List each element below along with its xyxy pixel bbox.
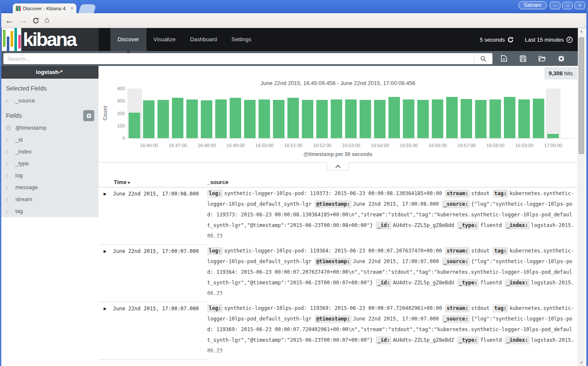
expand-row-icon[interactable]: ▶ [104, 245, 113, 302]
histogram-bar[interactable] [259, 99, 270, 138]
chart-x-axis-line [124, 138, 576, 139]
tab-close-icon[interactable]: × [70, 6, 73, 11]
histogram-bar[interactable] [547, 134, 559, 138]
browser-tab[interactable]: Discover - Kibana 4 × [13, 3, 76, 13]
sidebar-field-_source[interactable]: t_source [0, 95, 98, 107]
histogram-bar-slot [171, 88, 185, 138]
histogram-bar[interactable] [129, 113, 140, 138]
histogram-bar-slot [301, 88, 315, 138]
sidebar-field-log[interactable]: tlog [0, 170, 98, 182]
nav-tab-discover[interactable]: Discover [110, 28, 146, 51]
index-pattern-header[interactable]: logstash-* [0, 66, 98, 79]
histogram-bar[interactable] [273, 100, 284, 138]
histogram-bar[interactable] [388, 97, 400, 138]
histogram-bar[interactable] [417, 100, 429, 138]
home-icon[interactable]: ⌂ [45, 15, 49, 25]
histogram-bar-slot [373, 88, 387, 138]
histogram-bar[interactable] [461, 99, 472, 138]
nav-tab-settings[interactable]: Settings [224, 28, 259, 51]
scrollbar-thumb[interactable] [579, 37, 584, 154]
histogram-bar[interactable] [186, 99, 198, 138]
truncation-fade [207, 349, 577, 360]
page-scrollbar[interactable]: ▲ ▼ [578, 28, 585, 366]
maximize-button[interactable]: □ [562, 2, 573, 9]
histogram-bar[interactable] [244, 100, 256, 138]
field-name: tag [15, 205, 23, 217]
histogram-bar[interactable] [215, 99, 227, 138]
tab-title: Discover - Kibana 4 [23, 6, 69, 11]
sidebar-field-_id[interactable]: t_id [0, 134, 98, 146]
profile-button[interactable]: Satnam [518, 1, 547, 9]
histogram-bar[interactable] [533, 99, 544, 138]
nav-tabs: DiscoverVisualizeDashboardSettings [110, 28, 259, 51]
new-search-icon[interactable] [500, 55, 508, 62]
minimize-button[interactable]: – [550, 2, 560, 9]
histogram-bar[interactable] [518, 99, 530, 138]
save-search-icon[interactable] [519, 55, 527, 62]
sidebar-field-stream[interactable]: tstream [0, 193, 98, 205]
x-tick-label: 16:53:00 [337, 143, 366, 148]
nav-tab-visualize[interactable]: Visualize [146, 28, 183, 51]
search-submit-button[interactable] [474, 53, 492, 64]
histogram-bar[interactable] [345, 99, 357, 138]
histogram-bar[interactable] [490, 99, 501, 138]
new-tab-button[interactable] [79, 4, 97, 13]
sidebar-field-message[interactable]: tmessage [0, 182, 98, 193]
histogram-bar[interactable] [201, 100, 212, 138]
kibana-logotype: kibana [23, 28, 76, 51]
field-badge: stream: [445, 247, 470, 255]
field-settings-button[interactable] [83, 110, 94, 121]
sidebar-field-tag[interactable]: ttag [0, 205, 98, 217]
histogram-bar[interactable] [302, 100, 313, 138]
sidebar-field-_type[interactable]: t_type [0, 158, 98, 170]
histogram-bar[interactable] [504, 97, 515, 138]
browser-toolbar: ← → ⌂ ✗ https://146.148.94.154/api/v1/pr… [0, 13, 588, 28]
back-icon[interactable]: ← [5, 15, 14, 26]
histogram-bar[interactable] [403, 99, 414, 138]
settings-gear-icon[interactable] [557, 55, 565, 62]
open-search-icon[interactable] [538, 55, 546, 62]
histogram-bar[interactable] [432, 99, 443, 138]
histogram-bar[interactable] [230, 98, 241, 138]
row-source: log:synthetic-logger-10lps-pod: 119369: … [207, 302, 577, 360]
histogram-bar[interactable] [158, 100, 169, 138]
forward-icon[interactable]: → [19, 15, 28, 26]
sidebar-field-@timestamp[interactable]: @timestamp [0, 122, 98, 134]
selected-fields-heading: Selected Fields [0, 82, 98, 95]
histogram-bar[interactable] [172, 98, 183, 138]
search-input[interactable] [3, 53, 474, 64]
histogram-bar[interactable] [316, 100, 328, 138]
kibana-brand[interactable]: kibana [0, 28, 98, 51]
time-column-header[interactable]: Time▾ [114, 179, 130, 185]
histogram-bar-slot [344, 88, 358, 138]
x-tick-label: 16:46:00 [135, 143, 163, 148]
histogram-bar[interactable] [331, 99, 342, 138]
scroll-up-icon[interactable]: ▲ [578, 29, 585, 33]
row-source: log:synthetic-logger-10lps-pod: 119364: … [207, 245, 577, 302]
field-badge: tag: [492, 247, 508, 255]
reload-icon[interactable] [32, 17, 39, 24]
histogram-plot[interactable] [127, 88, 560, 138]
histogram-bar[interactable] [446, 97, 458, 138]
histogram-bar[interactable] [287, 98, 299, 138]
histogram-bar-slot [185, 88, 200, 138]
nav-tab-dashboard[interactable]: Dashboard [183, 28, 224, 51]
documents-table: Time▾ _source ▶June 22nd 2015, 17:00:08.… [98, 179, 577, 360]
histogram-bar[interactable] [143, 100, 155, 138]
field-name: _index [15, 146, 31, 158]
time-range-button[interactable]: Last 15 minutes [525, 37, 573, 43]
histogram-bar[interactable] [360, 100, 371, 138]
x-tick-label: 17:00:00 [539, 143, 568, 148]
close-button[interactable]: × [574, 2, 585, 9]
sidebar-field-_index[interactable]: t_index [0, 146, 98, 158]
histogram-bar[interactable] [475, 100, 487, 138]
selected-fields-list: t_source [0, 95, 98, 107]
field-badge: @timestamp: [315, 258, 352, 266]
collapse-chart-button[interactable] [327, 162, 349, 170]
expand-row-icon[interactable]: ▶ [104, 302, 113, 359]
expand-row-icon[interactable]: ▶ [104, 187, 113, 244]
hits-badge: 9,308 hits [544, 67, 577, 79]
scroll-down-icon[interactable]: ▼ [578, 361, 585, 365]
refresh-interval-button[interactable]: 5 seconds [480, 37, 514, 43]
histogram-bar[interactable] [374, 100, 385, 138]
